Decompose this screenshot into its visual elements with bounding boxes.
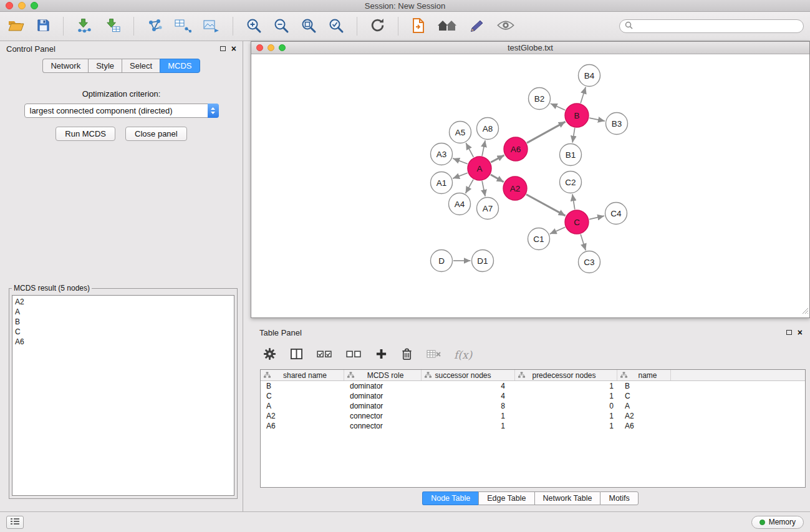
tab-style[interactable]: Style (88, 59, 122, 73)
graph-edge-A-A2[interactable] (491, 175, 504, 182)
network-close-button[interactable] (256, 44, 263, 51)
close-table-panel-icon[interactable]: × (798, 329, 803, 336)
graph-node-A1[interactable]: A1 (431, 172, 453, 194)
graph-node-B4[interactable]: B4 (579, 65, 600, 87)
memory-button[interactable]: Memory (751, 516, 804, 529)
result-item[interactable]: C (15, 327, 231, 337)
graph-edge-A-A5[interactable] (466, 143, 473, 157)
graph-edge-C-C2[interactable] (572, 194, 575, 209)
delete-table-button[interactable] (425, 347, 443, 362)
tab-edge-table[interactable]: Edge Table (478, 491, 534, 505)
zoom-selected-button[interactable] (327, 16, 345, 37)
graph-edge-C-C3[interactable] (581, 235, 586, 251)
select-all-columns-button[interactable] (316, 347, 334, 362)
graph-edge-A-A4[interactable] (466, 180, 474, 193)
graph-node-A6[interactable]: A6 (504, 137, 528, 161)
network-table-button[interactable] (173, 17, 193, 36)
mcds-result-list[interactable]: A2ABCA6 (12, 295, 234, 496)
float-table-panel-icon[interactable] (786, 330, 792, 335)
graph-node-A4[interactable]: A4 (449, 193, 471, 215)
import-table-button[interactable] (103, 17, 122, 36)
import-network-button[interactable] (75, 17, 94, 36)
graph-node-A7[interactable]: A7 (477, 198, 499, 220)
tab-network-table[interactable]: Network Table (534, 491, 600, 505)
new-network-button[interactable] (145, 17, 164, 36)
graph-edge-A-A8[interactable] (482, 140, 485, 156)
task-history-button[interactable] (6, 516, 24, 529)
column-header-name[interactable]: name (617, 370, 671, 380)
network-graph[interactable]: B4B2BB3A5A8A6A3B1AC2A1A2A4A7C4CC1C3DD1 (251, 54, 809, 317)
graph-node-D[interactable]: D (431, 250, 453, 272)
tab-node-table[interactable]: Node Table (422, 491, 478, 505)
show-hide-button[interactable] (436, 17, 458, 36)
graph-edge-A2-C[interactable] (526, 195, 566, 216)
tab-motifs[interactable]: Motifs (600, 491, 638, 505)
minimize-window-button[interactable] (18, 2, 26, 9)
column-header-mcds-role[interactable]: MCDS role (344, 370, 422, 380)
graph-edge-B-B1[interactable] (572, 128, 575, 143)
apply-layout-button[interactable] (369, 16, 387, 36)
table-row[interactable]: A6connector11A6 (261, 421, 805, 431)
graph-node-D1[interactable]: D1 (472, 250, 494, 272)
graph-node-A8[interactable]: A8 (477, 118, 499, 140)
show-graphics-button[interactable] (495, 18, 516, 34)
graph-node-B2[interactable]: B2 (529, 88, 551, 110)
column-header-successor-nodes[interactable]: successor nodes (422, 370, 515, 380)
graph-node-A3[interactable]: A3 (431, 143, 453, 165)
graph-edge-A-A7[interactable] (482, 181, 485, 196)
run-mcds-button[interactable]: Run MCDS (55, 127, 115, 141)
save-session-button[interactable] (35, 17, 52, 36)
graph-edge-B-B2[interactable] (551, 104, 566, 110)
open-session-button[interactable] (6, 17, 26, 36)
close-panel-icon[interactable]: × (231, 46, 236, 52)
column-header-shared-name[interactable]: shared name (261, 370, 344, 380)
network-canvas[interactable]: B4B2BB3A5A8A6A3B1AC2A1A2A4A7C4CC1C3DD1 (251, 54, 809, 317)
graph-node-A2[interactable]: A2 (503, 177, 527, 200)
column-header-predecessor-nodes[interactable]: predecessor nodes (515, 370, 617, 380)
table-row[interactable]: Adominator80A (261, 401, 805, 411)
float-panel-icon[interactable] (220, 46, 226, 51)
graph-edge-B-B3[interactable] (589, 118, 605, 121)
graph-node-C3[interactable]: C3 (579, 251, 600, 273)
graph-node-C1[interactable]: C1 (528, 228, 550, 250)
result-item[interactable]: A6 (15, 337, 231, 347)
show-columns-button[interactable] (289, 347, 304, 363)
resize-handle-icon[interactable] (802, 306, 809, 317)
export-image-button[interactable] (201, 17, 221, 36)
graph-edge-A6-B[interactable] (527, 122, 566, 143)
graph-edge-A-A1[interactable] (453, 173, 468, 178)
graph-edge-C-C4[interactable] (589, 216, 604, 219)
graph-node-C2[interactable]: C2 (560, 172, 582, 193)
result-item[interactable]: A2 (15, 297, 231, 307)
graph-node-B[interactable]: B (565, 104, 589, 127)
table-row[interactable]: Bdominator41B (261, 381, 805, 391)
optimization-criterion-select[interactable]: largest connected component (directed) (24, 104, 219, 118)
create-column-button[interactable] (374, 347, 388, 363)
delete-column-button[interactable] (400, 346, 414, 364)
graph-node-C[interactable]: C (565, 210, 589, 234)
graph-edge-B-B4[interactable] (581, 87, 586, 104)
zoom-out-button[interactable] (272, 16, 291, 37)
network-minimize-button[interactable] (268, 44, 274, 51)
zoom-fit-button[interactable] (299, 16, 318, 37)
tab-select[interactable]: Select (122, 59, 160, 73)
graph-edge-A-A3[interactable] (453, 158, 468, 164)
table-row[interactable]: A2connector11A2 (261, 411, 805, 421)
search-input[interactable] (636, 21, 798, 31)
graph-node-B1[interactable]: B1 (560, 144, 582, 166)
graph-node-C4[interactable]: C4 (605, 203, 627, 225)
first-neighbors-button[interactable] (410, 16, 427, 37)
table-row[interactable]: Cdominator41C (261, 391, 805, 401)
tab-mcds[interactable]: MCDS (160, 59, 200, 73)
graph-edge-C-C1[interactable] (550, 227, 566, 234)
graph-node-B3[interactable]: B3 (606, 113, 628, 135)
close-window-button[interactable] (6, 2, 13, 9)
style-pen-button[interactable] (467, 17, 486, 36)
close-panel-button[interactable]: Close panel (125, 127, 187, 141)
result-item[interactable]: A (15, 307, 231, 317)
result-item[interactable]: B (15, 317, 231, 327)
graph-edge-A-A6[interactable] (491, 155, 504, 162)
graph-node-A[interactable]: A (468, 157, 491, 180)
graph-node-A5[interactable]: A5 (450, 122, 471, 143)
tab-network[interactable]: Network (42, 59, 88, 73)
